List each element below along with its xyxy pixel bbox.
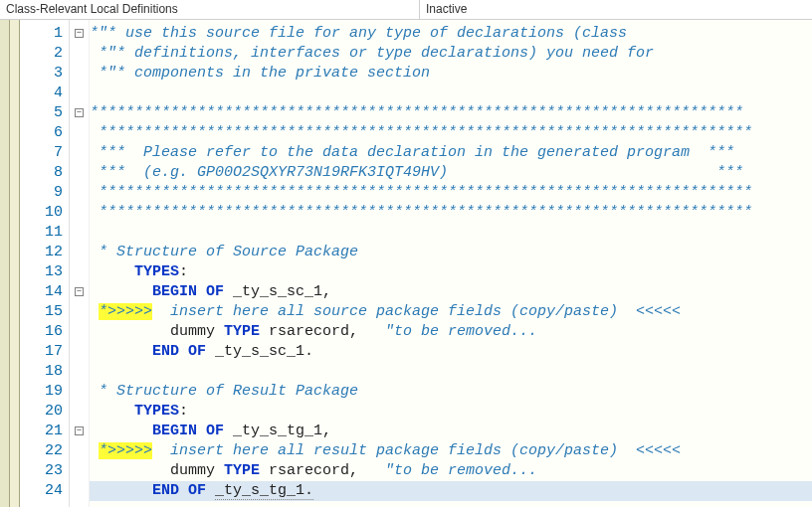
code-line[interactable]: END OF _ty_s_sc_1.: [90, 342, 812, 362]
code-line[interactable]: ****************************************…: [90, 123, 812, 143]
fold-toggle: [70, 362, 89, 382]
line-number: 24: [20, 481, 63, 501]
code-line[interactable]: ****************************************…: [90, 183, 812, 203]
code-token: dummy: [90, 462, 224, 479]
code-line[interactable]: *>>>>> insert here all source package fi…: [90, 302, 812, 322]
header-title-status: Inactive: [420, 0, 812, 19]
code-line[interactable]: dummy TYPE rsarecord, "to be removed...: [90, 322, 812, 342]
code-line[interactable]: [90, 223, 812, 243]
code-line[interactable]: * Structure of Source Package: [90, 243, 812, 262]
code-token: TYPES: [134, 263, 179, 280]
line-number: 16: [20, 322, 63, 342]
line-number: 4: [20, 84, 63, 103]
line-number: 22: [20, 441, 63, 461]
fold-toggle: [70, 461, 89, 481]
fold-toggle: [70, 402, 89, 422]
code-line[interactable]: *** Please refer to the data declaration…: [90, 143, 812, 163]
line-number: 3: [20, 64, 63, 84]
code-editor[interactable]: 123456789101112131415161718192021222324 …: [0, 20, 812, 507]
code-token: ****************************************…: [90, 204, 752, 221]
fold-minus-icon[interactable]: −: [75, 29, 84, 38]
code-line[interactable]: *>>>>> insert here all result package fi…: [90, 441, 812, 461]
line-number: 9: [20, 183, 63, 203]
code-token: :: [179, 403, 188, 420]
code-token: TYPE: [224, 462, 260, 479]
fold-minus-icon[interactable]: −: [75, 287, 84, 296]
code-line[interactable]: ****************************************…: [90, 103, 812, 123]
code-line[interactable]: TYPES:: [90, 262, 812, 282]
code-token: :: [179, 263, 188, 280]
fold-toggle[interactable]: −: [70, 24, 89, 44]
fold-toggle: [70, 342, 89, 362]
code-token: *>>>>>: [99, 303, 152, 320]
code-token: rsarecord,: [260, 323, 385, 340]
line-number: 18: [20, 362, 63, 382]
fold-toggle: [70, 481, 89, 501]
code-token: END OF: [152, 482, 206, 499]
code-token: [90, 283, 152, 300]
line-number: 14: [20, 282, 63, 302]
code-token: *"* definitions, interfaces or type decl…: [90, 45, 654, 62]
code-token: ****************************************…: [90, 104, 743, 121]
marker-margin: [0, 20, 10, 507]
line-number: 21: [20, 422, 63, 441]
code-line[interactable]: dummy TYPE rsarecord, "to be removed...: [90, 461, 812, 481]
fold-toggle: [70, 163, 89, 183]
code-line[interactable]: *** (e.g. GP00O2SQXYR73N19RFK3IQT49HV) *…: [90, 163, 812, 183]
line-number: 1: [20, 24, 63, 44]
code-token: TYPE: [224, 323, 260, 340]
code-line[interactable]: *"* components in the private section: [90, 64, 812, 84]
code-line[interactable]: BEGIN OF _ty_s_sc_1,: [90, 282, 812, 302]
line-number: 20: [20, 402, 63, 422]
fold-toggle[interactable]: −: [70, 422, 89, 441]
line-number: 6: [20, 123, 63, 143]
code-token: *>>>>>: [99, 442, 152, 459]
code-token: * Structure of Source Package: [90, 244, 358, 260]
line-number: 23: [20, 461, 63, 481]
fold-toggle: [70, 44, 89, 64]
code-line[interactable]: END OF _ty_s_tg_1.: [90, 481, 812, 501]
code-line[interactable]: TYPES:: [90, 402, 812, 422]
fold-minus-icon[interactable]: −: [75, 108, 84, 117]
code-token: _ty_s_sc_1,: [224, 283, 331, 300]
code-line[interactable]: *"* use this source file for any type of…: [90, 24, 812, 44]
line-number: 2: [20, 44, 63, 64]
line-number: 7: [20, 143, 63, 163]
line-number: 10: [20, 203, 63, 223]
fold-toggle: [70, 322, 89, 342]
fold-toggle[interactable]: −: [70, 103, 89, 123]
fold-toggle: [70, 382, 89, 402]
code-token: _ty_s_tg_1,: [224, 423, 331, 439]
line-number: 5: [20, 103, 63, 123]
fold-toggle: [70, 84, 89, 103]
code-token: ****************************************…: [90, 184, 752, 201]
code-token: [90, 343, 152, 360]
fold-column[interactable]: −−−−: [70, 20, 90, 507]
line-number: 12: [20, 243, 63, 262]
code-line[interactable]: * Structure of Result Package: [90, 382, 812, 402]
fold-minus-icon[interactable]: −: [75, 426, 84, 435]
fold-toggle: [70, 302, 89, 322]
code-token: rsarecord,: [260, 462, 385, 479]
code-line[interactable]: BEGIN OF _ty_s_tg_1,: [90, 422, 812, 441]
code-token: [206, 482, 215, 499]
code-token: "to be removed...: [385, 462, 537, 479]
code-token: * Structure of Result Package: [90, 383, 358, 400]
fold-toggle: [70, 441, 89, 461]
line-number-gutter: 123456789101112131415161718192021222324: [20, 20, 70, 507]
code-token: insert here all result package fields (c…: [152, 442, 681, 459]
fold-toggle: [70, 143, 89, 163]
fold-toggle[interactable]: −: [70, 282, 89, 302]
line-number: 19: [20, 382, 63, 402]
line-number: 17: [20, 342, 63, 362]
code-line[interactable]: [90, 84, 812, 103]
code-token: insert here all source package fields (c…: [152, 303, 681, 320]
code-line[interactable]: [90, 362, 812, 382]
code-token: "to be removed...: [385, 323, 537, 340]
code-area[interactable]: *"* use this source file for any type of…: [90, 20, 812, 507]
marker-margin-2: [10, 20, 20, 507]
code-line[interactable]: ****************************************…: [90, 203, 812, 223]
editor-header: Class-Relevant Local Definitions Inactiv…: [0, 0, 812, 20]
line-number: 15: [20, 302, 63, 322]
code-line[interactable]: *"* definitions, interfaces or type decl…: [90, 44, 812, 64]
